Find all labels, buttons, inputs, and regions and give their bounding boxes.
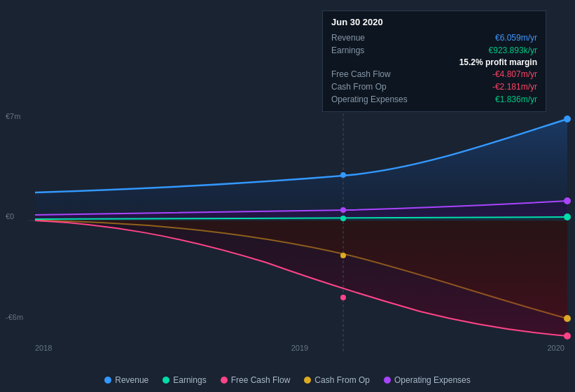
x-label-2019: 2019	[291, 344, 308, 352]
revenue-value: €6.059m/yr	[495, 33, 537, 43]
profit-margin-row: 15.2% profit margin	[331, 57, 537, 68]
legend-label-cfo: Cash From Op	[314, 375, 370, 385]
svg-point-8	[564, 197, 571, 204]
legend-label-revenue: Revenue	[115, 375, 148, 385]
legend-dot-revenue	[104, 377, 111, 384]
svg-point-2	[340, 172, 346, 178]
cfo-row: Cash From Op -€2.181m/yr	[331, 80, 537, 93]
revenue-row: Revenue €6.059m/yr	[331, 31, 537, 44]
opex-label: Operating Expenses	[331, 94, 408, 104]
x-label-2018: 2018	[35, 344, 52, 352]
earnings-row: Earnings €923.893k/yr	[331, 44, 537, 57]
x-axis: 2018 2019 2020	[35, 344, 564, 352]
tooltip-box: Jun 30 2020 Revenue €6.059m/yr Earnings …	[322, 10, 546, 112]
cfo-label: Cash From Op	[331, 82, 408, 92]
legend-label-fcf: Free Cash Flow	[231, 375, 291, 385]
chart-area: €7m €0 -€6m	[0, 108, 575, 354]
svg-point-4	[340, 207, 346, 213]
earnings-value: €923.893k/yr	[489, 46, 537, 55]
legend-item-earnings[interactable]: Earnings	[162, 375, 206, 385]
x-label-2020: 2020	[548, 344, 564, 352]
fcf-label: Free Cash Flow	[331, 69, 408, 79]
svg-point-3	[340, 216, 346, 221]
opex-value: €1.836m/yr	[495, 94, 537, 104]
tooltip-date: Jun 30 2020	[331, 17, 537, 27]
legend-item-fcf[interactable]: Free Cash Flow	[221, 375, 291, 385]
fcf-value: -€4.807m/yr	[492, 69, 537, 79]
svg-point-6	[340, 295, 346, 300]
svg-point-11	[564, 332, 571, 340]
opex-row: Operating Expenses €1.836m/yr	[331, 93, 537, 106]
legend-item-opex[interactable]: Operating Expenses	[384, 375, 471, 385]
legend-label-opex: Operating Expenses	[394, 375, 471, 385]
svg-point-5	[340, 253, 346, 258]
earnings-label: Earnings	[331, 46, 408, 55]
profit-margin-text: 15.2% profit margin	[459, 57, 537, 67]
legend-dot-cfo	[304, 377, 311, 384]
svg-point-7	[564, 115, 571, 122]
legend: RevenueEarningsFree Cash FlowCash From O…	[0, 375, 575, 385]
fcf-row: Free Cash Flow -€4.807m/yr	[331, 68, 537, 80]
legend-dot-opex	[384, 377, 391, 384]
svg-point-9	[564, 214, 571, 220]
legend-dot-fcf	[221, 377, 228, 384]
legend-label-earnings: Earnings	[173, 375, 206, 385]
svg-point-10	[564, 315, 571, 322]
revenue-label: Revenue	[331, 33, 408, 43]
legend-dot-earnings	[162, 377, 169, 384]
cfo-value: -€2.181m/yr	[492, 82, 537, 92]
legend-item-cfo[interactable]: Cash From Op	[304, 375, 370, 385]
legend-item-revenue[interactable]: Revenue	[104, 375, 148, 385]
chart-svg	[0, 108, 575, 354]
